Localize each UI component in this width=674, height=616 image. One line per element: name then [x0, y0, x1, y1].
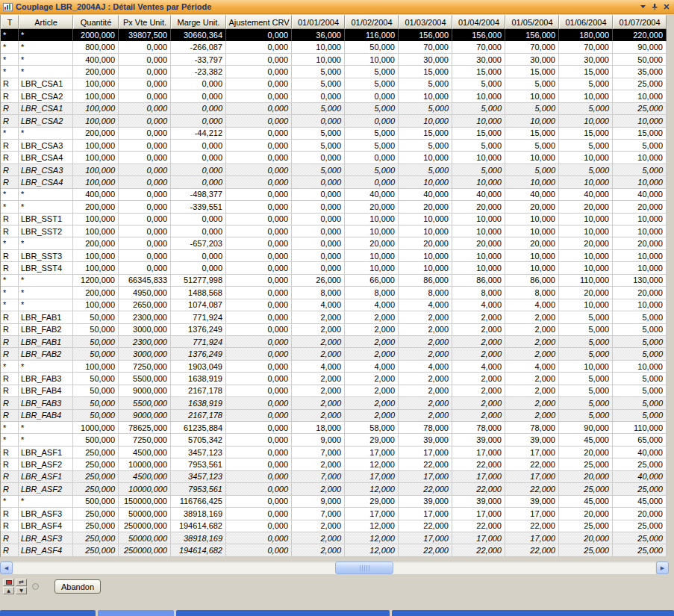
grid-cell[interactable]: 10,000 [505, 115, 559, 127]
grid-cell[interactable]: 100,000 [73, 361, 119, 373]
taskbar-button[interactable] [98, 610, 174, 616]
grid-row[interactable]: **1000,00078625,00061235,8840,00018,0005… [1, 422, 667, 434]
grid-cell[interactable]: 66,000 [345, 275, 399, 287]
grid-cell[interactable]: 0,000 [119, 66, 171, 78]
grid-cell[interactable]: * [19, 434, 73, 446]
grid-cell[interactable]: 0,000 [226, 397, 292, 409]
grid-cell[interactable]: 25,000 [559, 544, 613, 556]
grid-cell[interactable]: 78,000 [452, 422, 505, 434]
grid-cell[interactable]: 8,000 [505, 287, 559, 299]
grid-cell[interactable]: R [1, 373, 19, 385]
grid-cell[interactable]: 0,000 [171, 90, 226, 102]
grid-cell[interactable]: 1074,087 [171, 299, 226, 311]
grid-cell[interactable]: 0,000 [226, 299, 292, 311]
grid-cell[interactable]: 0,000 [226, 41, 292, 53]
grid-cell[interactable]: 2300,000 [119, 311, 171, 323]
grid-cell[interactable]: 22,000 [399, 544, 452, 556]
grid-cell[interactable]: 2650,000 [119, 299, 171, 311]
grid-cell[interactable]: -44,212 [171, 128, 226, 140]
grid-cell[interactable]: 40,000 [613, 189, 667, 201]
grid-cell[interactable]: 2167,178 [171, 410, 226, 422]
grid-cell[interactable]: 0,000 [345, 90, 399, 102]
grid-cell[interactable]: 5,000 [613, 311, 667, 323]
grid-cell[interactable]: 5,000 [613, 348, 667, 360]
grid-cell[interactable]: 12,000 [345, 483, 399, 495]
grid-cell[interactable]: 1903,049 [171, 361, 226, 373]
grid-cell[interactable]: 1488,568 [171, 287, 226, 299]
grid-cell[interactable]: 0,000 [226, 29, 292, 41]
grid-cell[interactable]: 10,000 [399, 214, 452, 225]
grid-cell[interactable]: 4500,000 [119, 471, 171, 483]
grid-cell[interactable]: 12,000 [345, 532, 399, 544]
grid-cell[interactable]: 0,000 [226, 66, 292, 78]
grid-cell[interactable]: R [1, 471, 19, 483]
grid-cell[interactable]: 0,000 [292, 237, 345, 249]
grid-cell[interactable]: 194614,682 [171, 544, 226, 556]
grid-cell[interactable]: 30,000 [452, 54, 505, 66]
grid-row[interactable]: **500,000150000,000116766,4250,0009,0002… [1, 496, 667, 508]
grid-cell[interactable]: 200,000 [73, 201, 119, 213]
grid-cell[interactable]: * [1, 237, 19, 249]
grid-cell[interactable]: 86,000 [399, 275, 452, 287]
grid-cell[interactable]: 39,000 [505, 496, 559, 508]
grid-cell[interactable]: 5,000 [613, 164, 667, 176]
grid-cell[interactable]: 90,000 [613, 41, 667, 53]
grid-cell[interactable]: 2,000 [292, 348, 345, 360]
grid-cell[interactable]: 0,000 [171, 115, 226, 127]
grid-cell[interactable]: 0,000 [119, 189, 171, 201]
grid-cell[interactable]: 10,000 [399, 152, 452, 164]
grid-cell[interactable]: R [1, 311, 19, 323]
column-header-article[interactable]: Article [19, 15, 73, 29]
grid-cell[interactable]: 5,000 [452, 164, 505, 176]
grid-cell[interactable]: 5,000 [292, 128, 345, 140]
grid-cell[interactable]: 12,000 [345, 544, 399, 556]
grid-cell[interactable]: 4,000 [292, 299, 345, 311]
grid-cell[interactable]: 4,000 [345, 361, 399, 373]
grid-cell[interactable]: LBR_CSA3 [19, 164, 73, 176]
grid-cell[interactable]: 0,000 [226, 508, 292, 520]
grid-cell[interactable]: 50,000 [73, 311, 119, 323]
grid-cell[interactable]: 2,000 [399, 348, 452, 360]
grid-cell[interactable]: * [19, 287, 73, 299]
grid-cell[interactable]: 2300,000 [119, 336, 171, 348]
grid-cell[interactable]: * [19, 422, 73, 434]
grid-cell[interactable]: 20,000 [345, 201, 399, 213]
grid-cell[interactable]: R [1, 225, 19, 237]
grid-cell[interactable]: * [1, 29, 19, 41]
grid-cell[interactable]: 200,000 [73, 66, 119, 78]
grid-row[interactable]: RLBR_SST1100,0000,0000,0000,0000,00010,0… [1, 214, 667, 225]
grid-cell[interactable]: 20,000 [505, 237, 559, 249]
horizontal-scrollbar[interactable]: ◀ ▶ [0, 561, 669, 574]
grid-cell[interactable]: LBR_FAB1 [19, 336, 73, 348]
grid-cell[interactable]: LBR_CSA2 [19, 115, 73, 127]
grid-cell[interactable]: 100,000 [73, 103, 119, 115]
grid-cell[interactable]: 2,000 [345, 385, 399, 397]
grid-cell[interactable]: 2,000 [345, 336, 399, 348]
grid-cell[interactable]: 20,000 [399, 237, 452, 249]
grid-cell[interactable]: 0,000 [226, 410, 292, 422]
grid-cell[interactable]: R [1, 176, 19, 188]
grid-cell[interactable]: 70,000 [559, 41, 613, 53]
grid-cell[interactable]: 17,000 [505, 508, 559, 520]
grid-cell[interactable]: 50,000 [73, 397, 119, 409]
scroll-left-button[interactable]: ◀ [0, 561, 13, 574]
grid-cell[interactable]: 10,000 [559, 262, 613, 274]
grid-cell[interactable]: 78,000 [505, 422, 559, 434]
grid-cell[interactable]: 4,000 [505, 299, 559, 311]
grid-cell[interactable]: 17,000 [399, 471, 452, 483]
grid-cell[interactable]: R [1, 250, 19, 262]
grid-cell[interactable]: 50000,000 [119, 532, 171, 544]
grid-cell[interactable]: 220,000 [613, 29, 667, 41]
grid-cell[interactable]: R [1, 90, 19, 102]
grid-cell[interactable]: 20,000 [613, 201, 667, 213]
grid-cell[interactable]: 0,000 [171, 225, 226, 237]
grid-cell[interactable]: 7,000 [292, 508, 345, 520]
grid-cell[interactable]: 100,000 [73, 262, 119, 274]
grid-cell[interactable]: 0,000 [226, 496, 292, 508]
grid-cell[interactable]: 10,000 [345, 225, 399, 237]
grid-cell[interactable]: 0,000 [226, 262, 292, 274]
grid-cell[interactable]: 1376,249 [171, 324, 226, 336]
grid-cell[interactable]: * [1, 287, 19, 299]
grid-cell[interactable]: 1638,919 [171, 397, 226, 409]
grid-cell[interactable]: 10,000 [559, 299, 613, 311]
